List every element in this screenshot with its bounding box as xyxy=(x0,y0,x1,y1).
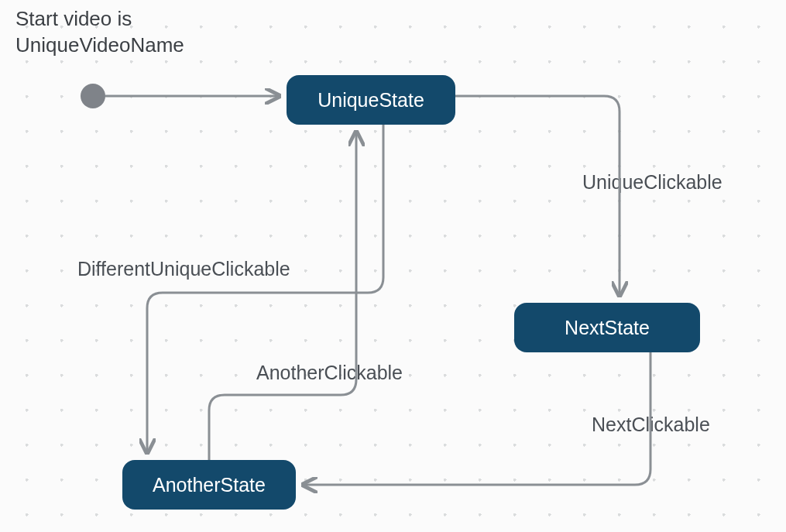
state-another-label: AnotherState xyxy=(153,474,266,496)
state-unique: UniqueState xyxy=(287,75,455,125)
title-line2: UniqueVideoName xyxy=(15,33,184,57)
state-next-label: NextState xyxy=(565,317,650,339)
edge-label-another-clickable: AnotherClickable xyxy=(256,362,403,384)
state-next: NextState xyxy=(514,303,700,352)
edge-label-unique-clickable: UniqueClickable xyxy=(582,171,723,194)
diagram-title: Start video is UniqueVideoName xyxy=(15,6,184,59)
edge-label-next-clickable: NextClickable xyxy=(592,414,710,436)
state-another: AnotherState xyxy=(122,460,296,510)
state-unique-label: UniqueState xyxy=(317,89,424,112)
diagram-canvas: Start video is UniqueVideoName UniqueSta… xyxy=(0,0,786,532)
start-node-icon xyxy=(81,84,105,108)
edge-label-different-unique-clickable: DifferentUniqueClickable xyxy=(77,258,290,280)
title-line1: Start video is xyxy=(15,7,132,30)
